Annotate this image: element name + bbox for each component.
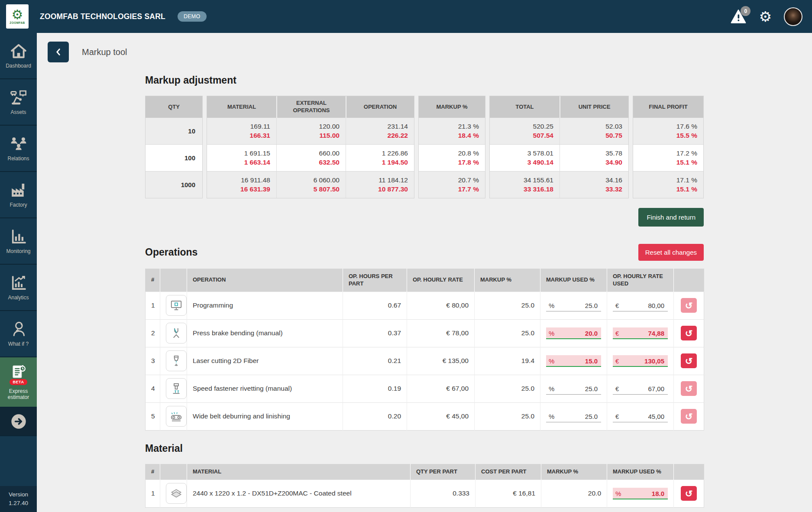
- hourly-rate-used-input[interactable]: [619, 301, 665, 310]
- bar-chart-icon: [10, 228, 28, 245]
- settings-gear-icon[interactable]: ⚙: [759, 10, 772, 24]
- sidebar-item-label: Monitoring: [6, 248, 30, 254]
- reset-all-changes-button[interactable]: Reset all changes: [638, 244, 704, 261]
- col-header-markup: MARKUP %: [419, 96, 485, 118]
- markup-adjustment-table: QTY 10 100 1000 MATERIAL EXTERNAL OPERAT…: [145, 96, 704, 198]
- version-label: Version: [9, 490, 28, 499]
- page-title: Markup tool: [82, 47, 127, 57]
- version-number: 1.27.40: [9, 499, 28, 508]
- notifications-button[interactable]: 0: [730, 9, 747, 24]
- mat-col-icon: [160, 464, 187, 480]
- qty-value: 100: [146, 145, 202, 171]
- operation-row: 5 Wide belt deburring and linishing 0.20…: [146, 402, 704, 430]
- op-rate: € 67,00: [407, 375, 475, 402]
- hourly-rate-used-input[interactable]: [619, 329, 665, 337]
- sidebar-item-factory[interactable]: Factory: [0, 172, 37, 218]
- markup-cell: 21.3 %18.4 %: [419, 118, 485, 144]
- col-header-external-operations: EXTERNAL OPERATIONS: [276, 96, 346, 118]
- row-reset-button[interactable]: ↺: [681, 409, 697, 424]
- markup-used-input[interactable]: [554, 301, 598, 310]
- col-header-total: TOTAL: [490, 96, 560, 118]
- operations-title: Operations: [145, 246, 197, 258]
- markup-cell: 20.8 %17.8 %: [419, 145, 485, 171]
- markup-used-input[interactable]: [554, 329, 598, 337]
- col-header-final-profit: FINAL PROFIT: [633, 96, 703, 118]
- op-num: 4: [146, 375, 160, 402]
- home-icon: [10, 42, 28, 60]
- sidebar-item-label: Express estimator: [5, 388, 32, 401]
- ops-col-operation: OPERATION: [187, 269, 343, 292]
- ops-col-rate-used: OP. HOURLY RATE USED: [607, 269, 674, 292]
- operation-cell: 11 184.1210 877.30: [346, 172, 414, 198]
- ops-col-rate: OP. HOURLY RATE: [407, 269, 475, 292]
- hourly-rate-used-input[interactable]: [619, 357, 665, 365]
- sidebar-item-analytics[interactable]: Analytics: [0, 265, 37, 311]
- rate-used-input-wrap: €: [613, 355, 668, 367]
- row-reset-button[interactable]: ↺: [681, 381, 697, 396]
- sidebar-item-label: What if ?: [8, 341, 29, 347]
- sidebar-collapse-button[interactable]: [0, 408, 37, 436]
- unit-price-cell: 52.0350.75: [560, 118, 628, 144]
- markup-used-input[interactable]: [554, 412, 598, 421]
- op-name: Speed fastener rivetting (manual): [187, 375, 343, 402]
- row-reset-button[interactable]: ↺: [681, 353, 697, 368]
- logo-gear-icon: ⚙: [12, 8, 23, 21]
- markup-used-input[interactable]: [621, 489, 665, 498]
- material-row: 1 2440 x 1220 x 1.2 - DX51D+Z200MAC - Co…: [146, 480, 704, 507]
- total-cell: 3 578.013 490.14: [490, 145, 560, 171]
- hourly-rate-used-input[interactable]: [619, 385, 665, 393]
- qty-value: 10: [146, 118, 202, 144]
- trend-chart-icon: [10, 274, 28, 292]
- sidebar-item-what-if[interactable]: What if ?: [0, 311, 37, 357]
- unit-price-cell: 34.1633.32: [560, 172, 628, 198]
- op-rate: € 80,00: [407, 292, 475, 319]
- final-profit-cell: 17.6 %15.5 %: [633, 118, 703, 144]
- external-operations-cell: 660.00632.50: [276, 145, 346, 171]
- sidebar-item-relations[interactable]: Relations: [0, 126, 37, 172]
- op-hours: 0.19: [343, 375, 407, 402]
- ops-col-num: #: [146, 269, 160, 292]
- version-info: Version 1.27.40: [0, 486, 37, 512]
- op-rate: € 78,00: [407, 319, 475, 347]
- thinking-person-icon: [10, 321, 28, 338]
- rate-used-input-wrap: €: [613, 327, 668, 339]
- operation-cell: 1 226.861 194.50: [346, 145, 414, 171]
- mat-col-markup-used: MARKUP USED %: [607, 464, 674, 480]
- material-cell: 169.11166.31: [207, 118, 276, 144]
- markup-used-input-wrap: %: [613, 488, 668, 499]
- markup-used-input[interactable]: [554, 385, 598, 393]
- user-avatar[interactable]: [784, 7, 802, 26]
- undo-icon: ↺: [685, 356, 693, 366]
- row-reset-button[interactable]: ↺: [681, 326, 697, 340]
- sidebar-item-dashboard[interactable]: Dashboard: [0, 33, 37, 79]
- op-markup: 25.0: [475, 375, 540, 402]
- logo-text: ZOOMFAB: [10, 22, 25, 25]
- ops-col-hours: OP. HOURS PER PART: [343, 269, 407, 292]
- zoomfab-logo: ⚙ ZOOMFAB: [6, 4, 29, 29]
- material-cell: 16 911.4816 631.39: [207, 172, 276, 198]
- markup-cell: 20.7 %17.7 %: [419, 172, 485, 198]
- mat-col-qty: QTY PER PART: [411, 464, 476, 480]
- markup-used-input[interactable]: [554, 357, 598, 365]
- sidebar-item-express-estimator[interactable]: BETA Express estimator: [0, 357, 37, 408]
- operation-row: 2 Press brake bending (manual) 0.37 € 78…: [146, 319, 704, 347]
- finish-and-return-button[interactable]: Finish and return: [638, 208, 704, 227]
- hourly-rate-used-input[interactable]: [619, 412, 665, 421]
- op-num: 2: [146, 319, 160, 347]
- undo-icon: ↺: [685, 384, 693, 393]
- row-reset-button[interactable]: ↺: [681, 486, 697, 501]
- col-header-material: MATERIAL: [207, 96, 276, 118]
- mat-num: 1: [146, 480, 160, 507]
- row-reset-button[interactable]: ↺: [681, 298, 697, 313]
- back-button[interactable]: [48, 42, 69, 62]
- deburring-icon: [166, 406, 187, 427]
- mat-col-material: MATERIAL: [187, 464, 411, 480]
- beta-badge: BETA: [10, 379, 28, 385]
- sidebar-item-assets[interactable]: Assets: [0, 79, 37, 126]
- operation-cell: 231.14226.22: [346, 118, 414, 144]
- material-cell: 1 691.151 663.14: [207, 145, 276, 171]
- mat-col-reset: [674, 464, 704, 480]
- markup-used-input-wrap: %: [546, 383, 601, 395]
- col-header-qty: QTY: [146, 96, 202, 118]
- sidebar-item-monitoring[interactable]: Monitoring: [0, 218, 37, 265]
